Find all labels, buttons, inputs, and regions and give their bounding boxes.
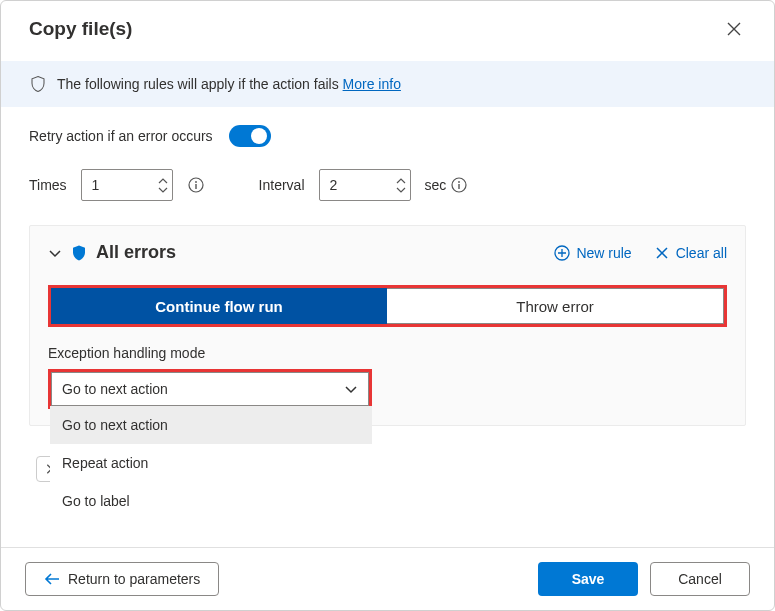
cancel-button[interactable]: Cancel <box>650 562 750 596</box>
chevron-down-icon[interactable] <box>396 186 406 193</box>
svg-rect-2 <box>195 184 196 189</box>
times-value: 1 <box>92 177 158 193</box>
retry-label: Retry action if an error occurs <box>29 128 213 144</box>
info-banner: The following rules will apply if the ac… <box>1 61 774 107</box>
flow-behavior-tabs: Continue flow run Throw error <box>48 285 727 327</box>
dialog-title: Copy file(s) <box>29 18 132 40</box>
more-info-link[interactable]: More info <box>343 76 401 92</box>
svg-point-4 <box>458 181 460 183</box>
shield-icon <box>70 243 88 263</box>
times-label: Times <box>29 177 67 193</box>
interval-info-icon[interactable] <box>450 176 468 194</box>
interval-value: 2 <box>330 177 396 193</box>
errors-panel: All errors New rule Clear all Continue f… <box>29 225 746 426</box>
clear-all-button[interactable]: Clear all <box>654 245 727 261</box>
info-text: The following rules will apply if the ac… <box>57 76 343 92</box>
interval-input[interactable]: 2 <box>319 169 411 201</box>
x-icon <box>654 245 670 261</box>
chevron-down-icon <box>344 382 358 396</box>
svg-point-1 <box>195 181 197 183</box>
close-button[interactable] <box>718 13 750 45</box>
exception-mode-option[interactable]: Repeat action <box>50 444 372 482</box>
tab-throw-error[interactable]: Throw error <box>387 288 724 324</box>
chevron-up-icon[interactable] <box>396 178 406 185</box>
svg-rect-5 <box>459 184 460 189</box>
close-icon <box>726 21 742 37</box>
collapse-chevron-icon[interactable] <box>48 246 62 260</box>
tab-continue-flow-run[interactable]: Continue flow run <box>51 288 387 324</box>
shield-icon <box>29 75 47 93</box>
save-button[interactable]: Save <box>538 562 638 596</box>
retry-toggle[interactable] <box>229 125 271 147</box>
arrow-left-icon <box>44 572 60 586</box>
times-input[interactable]: 1 <box>81 169 173 201</box>
exception-mode-select[interactable]: Go to next action <box>51 372 369 406</box>
plus-circle-icon <box>554 245 570 261</box>
interval-unit: sec <box>425 177 447 193</box>
exception-mode-option[interactable]: Go to label <box>50 482 372 520</box>
new-rule-button[interactable]: New rule <box>554 245 631 261</box>
chevron-up-icon[interactable] <box>158 178 168 185</box>
exception-mode-option[interactable]: Go to next action <box>50 406 372 444</box>
return-to-parameters-button[interactable]: Return to parameters <box>25 562 219 596</box>
chevron-down-icon[interactable] <box>158 186 168 193</box>
exception-mode-value: Go to next action <box>62 381 344 397</box>
exception-mode-label: Exception handling mode <box>48 345 727 361</box>
exception-mode-dropdown: Go to next action Repeat action Go to la… <box>50 406 372 520</box>
interval-label: Interval <box>259 177 305 193</box>
errors-title: All errors <box>96 242 176 263</box>
times-info-icon[interactable] <box>187 176 205 194</box>
